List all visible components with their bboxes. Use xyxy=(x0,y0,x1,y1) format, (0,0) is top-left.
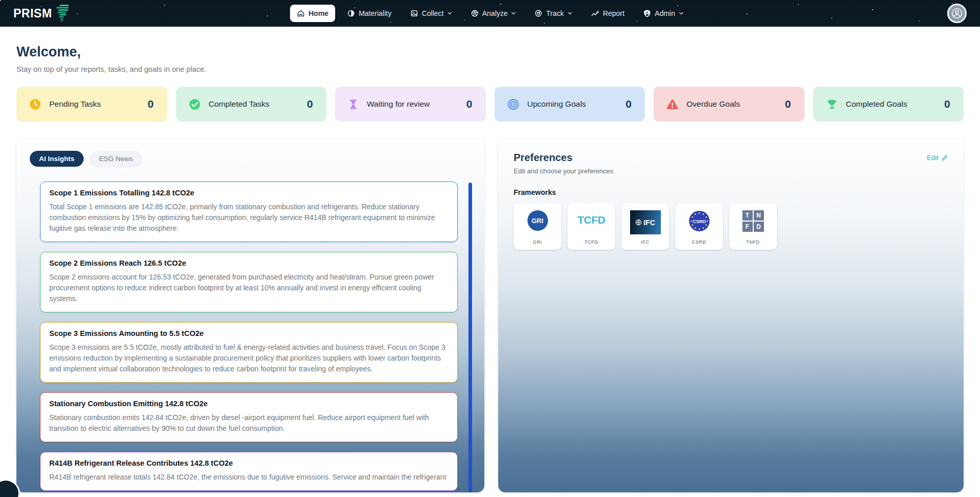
insight-body: Scope 3 emissions are 5.5 tCO2e, mostly … xyxy=(49,342,448,374)
stat-label: Completed Tasks xyxy=(209,100,270,109)
home-icon xyxy=(297,9,305,17)
scrollbar-thumb[interactable] xyxy=(468,183,472,492)
insight-card-scope3[interactable]: Scope 3 Emissions Amounting to 5.5 tCO2e… xyxy=(40,322,458,383)
stat-value: 0 xyxy=(307,98,313,110)
insight-body: Stationary combustion emits 142.84 tCO2e… xyxy=(49,412,448,434)
stat-value: 0 xyxy=(466,98,473,110)
scrollbar-track xyxy=(468,183,472,492)
nav-item-collect[interactable]: Collect xyxy=(403,5,459,22)
framework-label: IFC xyxy=(641,240,649,245)
insight-body: R414B refrigerant release totals 142.84 … xyxy=(49,472,448,483)
top-navbar: PRISM Home Materiality xyxy=(0,0,980,27)
nav-item-track[interactable]: Track xyxy=(528,5,579,22)
brand-logo[interactable]: PRISM xyxy=(13,5,70,22)
nav-label: Home xyxy=(308,9,328,17)
framework-card-tcfd[interactable]: TCFD TCFD xyxy=(567,203,615,250)
nav-item-home[interactable]: Home xyxy=(290,5,335,22)
pencil-icon xyxy=(942,154,948,161)
stat-value: 0 xyxy=(944,98,950,110)
tab-esg-news[interactable]: ESG News xyxy=(90,151,142,167)
stat-card-upcoming-goals: Upcoming Goals 0 xyxy=(495,87,645,122)
track-icon xyxy=(535,9,543,17)
insights-list: Scope 1 Emissions Totalling 142.8 tCO2e … xyxy=(30,182,471,491)
stat-label: Completed Goals xyxy=(846,100,908,109)
insight-body: Total Scope 1 emissions are 142.85 tCO2e… xyxy=(49,202,448,234)
insight-title: Scope 1 Emissions Totalling 142.8 tCO2e xyxy=(49,189,448,197)
stat-label: Waiting for review xyxy=(367,100,430,109)
insight-card-stationary-combustion[interactable]: Stationary Combustion Emitting 142.8 tCO… xyxy=(40,392,458,442)
stat-label: Overdue Goals xyxy=(687,100,740,109)
ifc-globe-icon xyxy=(635,219,642,226)
chevron-down-icon xyxy=(512,12,516,15)
framework-card-ifc[interactable]: IFC IFC xyxy=(621,203,669,250)
csrd-logo: CSRD xyxy=(689,210,710,232)
tab-ai-insights[interactable]: AI Insights xyxy=(30,151,84,167)
frameworks-row: GRI GRI TCFD TCFD IFC IFC xyxy=(514,203,948,250)
main-content: Welcome, Stay on top of your reports, ta… xyxy=(0,44,980,492)
nav-label: Materiality xyxy=(359,9,391,17)
preferences-subtitle: Edit and choose your preferences xyxy=(514,167,613,175)
hourglass-icon xyxy=(347,98,359,110)
framework-label: TNFD xyxy=(746,240,759,245)
svg-text:CSRD: CSRD xyxy=(693,219,706,224)
insight-body: Scope 2 emissions account for 126.53 tCO… xyxy=(49,272,448,304)
framework-card-csrd[interactable]: CSRD CSRD xyxy=(675,203,723,250)
insight-title: Scope 3 Emissions Amounting to 5.5 tCO2e xyxy=(49,329,448,337)
target-icon xyxy=(507,98,520,111)
brand-name: PRISM xyxy=(13,7,52,21)
insight-title: Scope 2 Emissions Reach 126.5 tCO2e xyxy=(49,259,448,267)
stat-label: Pending Tasks xyxy=(49,100,101,109)
preferences-header: Preferences Edit and choose your prefere… xyxy=(514,152,948,175)
nav-item-analyze[interactable]: Analyze xyxy=(464,5,523,22)
nav-menu: Home Materiality Collect xyxy=(290,5,690,22)
nav-label: Collect xyxy=(422,9,444,17)
stat-card-pending-tasks: Pending Tasks 0 xyxy=(16,87,167,122)
framework-label: CSRD xyxy=(692,240,707,245)
insight-card-refrigerant[interactable]: R414B Refrigerant Release Contributes 14… xyxy=(40,452,458,491)
insight-card-scope1[interactable]: Scope 1 Emissions Totalling 142.8 tCO2e … xyxy=(40,182,458,242)
nav-label: Track xyxy=(546,9,564,17)
framework-label: TCFD xyxy=(584,240,598,245)
panels-row: AI Insights ESG News Scope 1 Emissions T… xyxy=(16,138,964,492)
insight-card-scope2[interactable]: Scope 2 Emissions Reach 126.5 tCO2e Scop… xyxy=(40,252,458,312)
chevron-down-icon xyxy=(447,12,452,15)
page-title: Welcome, xyxy=(16,44,964,60)
materiality-icon xyxy=(347,9,355,17)
user-icon xyxy=(951,7,963,19)
prism-funnel-icon xyxy=(55,5,70,22)
page-subtitle: Stay on top of your reports, tasks, and … xyxy=(16,65,964,73)
chevron-down-icon xyxy=(567,12,572,15)
frameworks-section-label: Frameworks xyxy=(514,188,948,196)
nav-label: Report xyxy=(603,9,624,17)
report-icon xyxy=(591,9,599,17)
chevron-down-icon xyxy=(679,12,683,15)
analyze-icon xyxy=(471,9,479,17)
edit-label: Edit xyxy=(927,154,938,162)
edit-preferences-link[interactable]: Edit xyxy=(927,154,948,162)
trophy-icon xyxy=(826,98,838,111)
framework-card-tnfd[interactable]: TNFD TNFD xyxy=(729,203,777,250)
stat-card-waiting-review: Waiting for review 0 xyxy=(335,87,486,122)
admin-icon xyxy=(643,9,651,17)
insight-title: R414B Refrigerant Release Contributes 14… xyxy=(49,459,448,467)
preferences-title: Preferences xyxy=(514,152,613,164)
stat-card-completed-tasks: Completed Tasks 0 xyxy=(176,87,327,122)
collect-icon xyxy=(410,9,418,17)
user-avatar[interactable] xyxy=(947,4,967,23)
nav-item-report[interactable]: Report xyxy=(584,5,631,22)
nav-item-materiality[interactable]: Materiality xyxy=(340,5,398,22)
stat-value: 0 xyxy=(625,98,632,110)
check-circle-icon xyxy=(188,98,201,111)
gri-logo: GRI xyxy=(527,210,548,231)
nav-label: Analyze xyxy=(482,9,508,17)
ifc-logo: IFC xyxy=(630,210,661,234)
nav-item-admin[interactable]: Admin xyxy=(636,5,690,22)
stat-card-completed-goals: Completed Goals 0 xyxy=(813,87,964,122)
stat-value: 0 xyxy=(148,98,154,110)
insights-tabs: AI Insights ESG News xyxy=(30,151,471,167)
insight-title: Stationary Combustion Emitting 142.8 tCO… xyxy=(49,400,448,408)
tcfd-logo: TCFD xyxy=(578,214,605,226)
stats-row: Pending Tasks 0 Completed Tasks 0 Waitin… xyxy=(16,87,964,122)
ifc-logo-text: IFC xyxy=(643,218,655,227)
framework-card-gri[interactable]: GRI GRI xyxy=(514,203,561,250)
